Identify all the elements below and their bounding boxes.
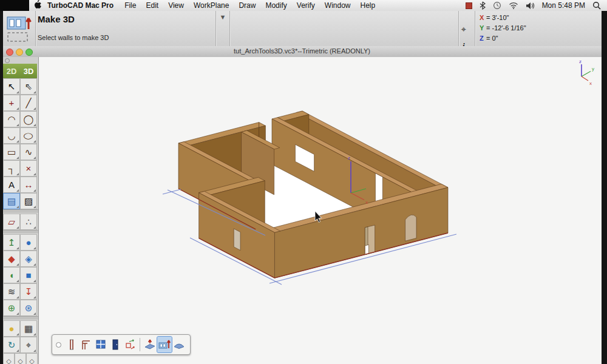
door-tool[interactable] <box>108 337 123 352</box>
palette-row: ◆◈ <box>3 251 38 267</box>
arched-window <box>405 215 416 241</box>
palette-handle[interactable] <box>5 58 10 63</box>
drawing-canvas[interactable]: z x z y x .f-floor{fill:var(--floor);str… <box>38 57 602 364</box>
menu-draw[interactable]: Draw <box>239 1 256 10</box>
y-axis-line <box>582 72 591 77</box>
iso-view-3-icon: ◇ <box>29 358 34 364</box>
slab-tool-icon <box>143 338 157 351</box>
palette-row: ◡◯ <box>3 127 38 144</box>
extrude-tool[interactable]: ↥ <box>3 234 20 251</box>
loft-tool[interactable]: ◈ <box>20 251 37 267</box>
polyline-tool[interactable]: ┐ <box>3 160 20 177</box>
symbols-grid-tool-icon: ▦ <box>24 324 33 333</box>
circle-tool[interactable]: ◯ <box>20 111 37 127</box>
app-menu-title[interactable]: TurboCAD Mac Pro <box>47 1 114 10</box>
document-title-bar[interactable]: tut_ArchTools3D.vc3*--Trimetric (READONL… <box>1 46 603 58</box>
snap-crosshair-icon[interactable]: ⌖ <box>461 24 466 35</box>
menu-help[interactable]: Help <box>361 1 376 10</box>
toolbar-handle[interactable] <box>56 342 61 348</box>
trim-tool-icon: × <box>26 164 32 173</box>
tab-3d[interactable]: 3D <box>20 64 37 78</box>
y-value: = -12'-6 1/16" <box>486 24 526 32</box>
mode-tabs: 2D3D <box>3 64 38 78</box>
iso-view-1-icon: ◇ <box>6 358 11 364</box>
iso-view-2[interactable]: ◇ <box>15 353 26 364</box>
wall-segment-tool[interactable] <box>64 337 79 352</box>
rectangle-tool[interactable]: ▭ <box>3 144 20 160</box>
spline-tool[interactable]: ∿ <box>20 144 37 160</box>
view-axis-indicator: z y x <box>579 59 594 86</box>
sphere-tool[interactable]: ● <box>20 234 37 251</box>
palette-separator <box>3 316 38 320</box>
menu-edit[interactable]: Edit <box>146 1 158 10</box>
corner-wall-tool[interactable] <box>79 337 93 352</box>
door-threshold-notch <box>365 244 368 254</box>
boolean-subtract-tool[interactable]: ⊛ <box>20 300 37 316</box>
x-axis-line <box>582 76 588 81</box>
wifi-icon[interactable] <box>509 2 518 9</box>
push-pull-tool[interactable]: ↧ <box>20 283 37 300</box>
symbols-grid-tool[interactable]: ▦ <box>20 320 37 337</box>
box-tool[interactable]: ■ <box>20 267 37 283</box>
orbit-tool[interactable]: ↻ <box>3 337 20 353</box>
dimension-tool[interactable]: ↔ <box>20 177 37 193</box>
trim-tool[interactable]: × <box>20 160 37 177</box>
text-tool[interactable]: A <box>3 177 20 193</box>
tool-options-dropdown[interactable]: ▼ <box>217 13 229 23</box>
point-tool[interactable]: + <box>3 95 20 111</box>
iso-view-3[interactable]: ◇ <box>26 353 38 364</box>
move-copy-tool[interactable]: ▱ <box>3 214 20 230</box>
hatch-tool[interactable]: ▨ <box>20 193 37 209</box>
menu-verify[interactable]: Verify <box>297 1 315 10</box>
polyline-tool-icon: ┐ <box>8 164 15 173</box>
spotlight-search-icon[interactable] <box>592 1 601 10</box>
zoom-tool-icon: ⌖ <box>26 340 31 349</box>
node-edit-tool[interactable]: ∴ <box>20 214 37 230</box>
arc-tool[interactable]: ◠ <box>3 111 20 127</box>
hatch-tool-icon: ▨ <box>24 197 33 206</box>
slab-tool[interactable] <box>143 337 157 352</box>
iso-view-1[interactable]: ◇ <box>3 353 15 364</box>
z-axis-label: z <box>348 155 350 161</box>
roof-tool[interactable] <box>172 337 186 352</box>
primitives-tool[interactable]: ● <box>3 320 20 337</box>
volume-icon[interactable] <box>526 2 535 10</box>
menu-modify[interactable]: Modify <box>265 1 287 10</box>
coordinate-readout: X= 3'-10" Y= -12'-6 1/16" Z= 0" <box>480 13 526 44</box>
menu-window[interactable]: Window <box>325 1 351 10</box>
turbocad-app-window: TurboCAD Mac Pro FileEditViewWorkPlaneDr… <box>0 0 607 364</box>
clock-icon[interactable] <box>493 1 501 10</box>
palette-separator <box>3 209 38 214</box>
record-indicator-icon <box>466 2 472 9</box>
palette-row: ┐× <box>3 160 38 177</box>
bluetooth-icon[interactable] <box>480 1 486 10</box>
y-label: Y <box>480 23 486 33</box>
sweep-tool[interactable]: ◖ <box>3 267 20 283</box>
architecture-toolbar <box>52 334 191 355</box>
line-tool[interactable]: ╱ <box>20 95 37 111</box>
menu-clock-text[interactable]: Mon 5:48 PM <box>542 1 585 10</box>
select-tool-icon: ↖ <box>8 82 16 91</box>
zoom-tool[interactable]: ⌖ <box>20 337 37 353</box>
window-tool[interactable] <box>93 337 108 352</box>
revolve-tool[interactable]: ◆ <box>3 251 20 267</box>
menu-workplane[interactable]: WorkPlane <box>194 1 229 10</box>
tab-2d[interactable]: 2D <box>3 64 20 78</box>
make-3d-walls-tool[interactable] <box>157 337 172 352</box>
apple-menu-icon[interactable] <box>32 0 42 11</box>
palette-row: ◠◯ <box>3 111 38 127</box>
menu-bar: TurboCAD Mac Pro FileEditViewWorkPlaneDr… <box>0 0 607 11</box>
select-tool[interactable]: ↖ <box>3 78 20 95</box>
convert-walls-tool[interactable] <box>123 337 137 352</box>
palette-row: ↻⌖ <box>3 337 38 353</box>
menu-file[interactable]: File <box>124 1 136 10</box>
curve-tool[interactable]: ◡ <box>3 127 20 144</box>
boolean-add-tool[interactable]: ⊕ <box>3 300 20 316</box>
ellipse-tool[interactable]: ◯ <box>20 127 37 144</box>
open-select-tool[interactable]: ⇖ <box>20 78 37 95</box>
wall-tool[interactable]: ▤ <box>3 193 20 209</box>
shell-tool[interactable]: ≋ <box>3 283 20 300</box>
box-tool-icon: ■ <box>25 271 31 280</box>
palette-row: ⊕⊛ <box>3 300 38 316</box>
menu-view[interactable]: View <box>168 1 184 10</box>
